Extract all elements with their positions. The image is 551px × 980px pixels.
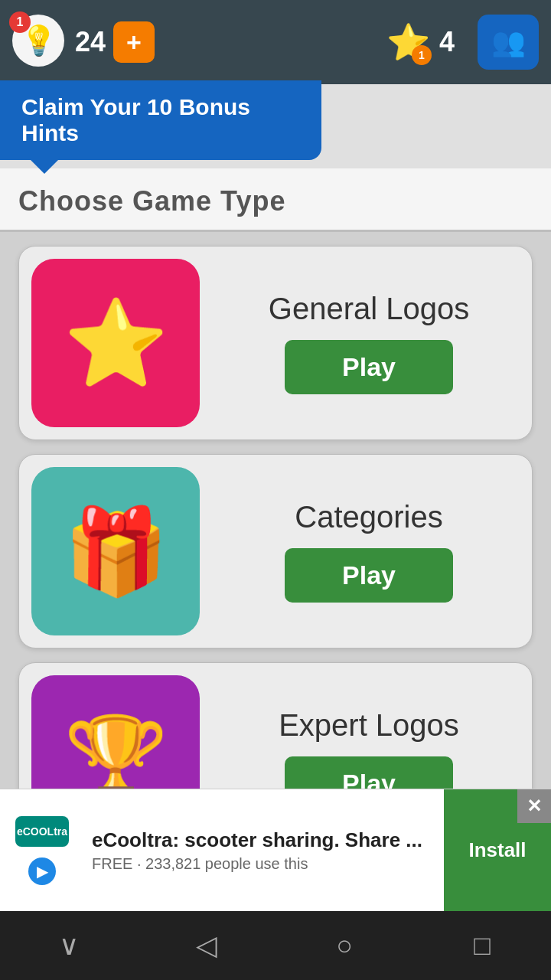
ad-play-icon: ▶ — [28, 858, 56, 885]
friends-icon: 👥 — [491, 26, 526, 58]
tooltip-banner[interactable]: Claim Your 10 Bonus Hints — [0, 80, 321, 160]
add-hints-button[interactable]: + — [113, 21, 155, 63]
tooltip-text: Claim Your 10 Bonus Hints — [21, 94, 250, 145]
general-logos-card: ⭐ General Logos Play — [18, 246, 533, 440]
star-count: 4 — [439, 26, 455, 58]
expert-logos-title: Expert Logos — [279, 708, 459, 743]
hint-count: 24 — [75, 26, 106, 58]
categories-card: 🎁 Categories Play — [18, 454, 533, 648]
categories-play-button[interactable]: Play — [285, 548, 453, 603]
nav-recent-button[interactable]: □ — [452, 923, 513, 969]
hint-badge-count: 1 — [9, 11, 31, 33]
general-logos-title: General Logos — [269, 292, 469, 326]
ad-logo-text: eCOOLtra — [17, 825, 67, 838]
star-level-badge: 1 — [412, 45, 432, 65]
ad-close-button[interactable]: ✕ — [517, 789, 551, 823]
ad-banner: eCOOLtra ▶ eCooltra: scooter sharing. Sh… — [0, 789, 551, 911]
ad-logo: eCOOLtra ▶ — [0, 808, 84, 893]
general-logos-info: General Logos Play — [218, 292, 520, 394]
nav-home-button[interactable]: ○ — [314, 923, 375, 969]
categories-info: Categories Play — [218, 500, 520, 603]
ad-title: eCooltra: scooter sharing. Share ... — [92, 828, 436, 852]
star-wrapper: ⭐ 1 — [384, 18, 433, 67]
ad-text-area: eCooltra: scooter sharing. Share ... FRE… — [84, 822, 444, 879]
top-bar: 💡 1 24 + ⭐ 1 4 👥 — [0, 0, 551, 84]
friends-button[interactable]: 👥 — [478, 15, 539, 70]
subtitle-bar: Choose Game Type — [0, 168, 551, 232]
nav-back-button[interactable]: ◁ — [176, 923, 237, 969]
categories-title: Categories — [295, 500, 442, 534]
general-logos-icon: ⭐ — [31, 259, 200, 427]
page-title: Choose Game Type — [18, 185, 533, 217]
hint-badge: 💡 1 — [12, 15, 67, 70]
nav-down-button[interactable]: ∨ — [38, 923, 99, 969]
categories-icon: 🎁 — [31, 467, 200, 635]
ad-subtitle: FREE · 233,821 people use this — [92, 855, 436, 873]
star-section: ⭐ 1 4 — [384, 18, 455, 67]
general-logos-play-button[interactable]: Play — [285, 340, 453, 394]
bottom-nav: ∨ ◁ ○ □ — [0, 911, 551, 980]
